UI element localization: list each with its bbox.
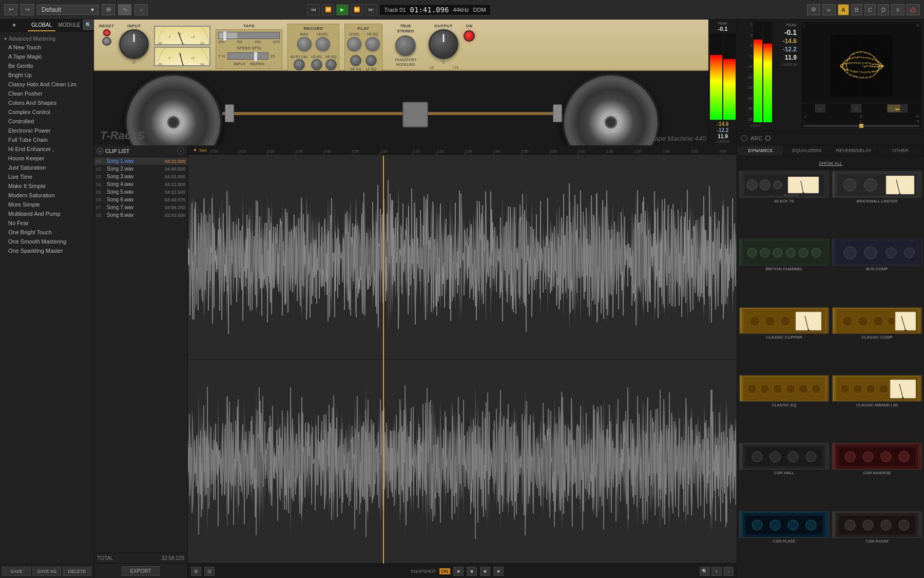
- wf-zoom-fit[interactable]: 🔍: [700, 567, 710, 576]
- preset-selector[interactable]: Default ▾: [37, 5, 99, 15]
- sidebar-item-15[interactable]: Make It Simple: [0, 181, 93, 191]
- wf-snap4[interactable]: ■: [493, 567, 504, 576]
- forward-btn[interactable]: ⏩: [351, 4, 363, 15]
- wf-zoom-plus[interactable]: +: [711, 567, 722, 576]
- plugin-tab-equalizers[interactable]: EQUALIZERS: [784, 145, 831, 156]
- scope-btn-1[interactable]: ⌂: [815, 104, 825, 113]
- bias-knob[interactable]: [297, 37, 312, 51]
- rewind-start-btn[interactable]: ⏮: [307, 4, 320, 15]
- repro-toggle[interactable]: REPRO: [250, 62, 264, 66]
- plugin-classiceq[interactable]: CLASSIC EQ: [739, 375, 829, 440]
- input-toggle[interactable]: INPUT: [234, 62, 246, 66]
- sidebar-item-8[interactable]: Controlled: [0, 117, 93, 126]
- clip-row-7[interactable]: 08 Song 8.wav 02:43.500: [94, 211, 187, 219]
- wf-snap1[interactable]: ■: [453, 567, 464, 576]
- wf-zoom-out[interactable]: ⊟: [204, 567, 215, 576]
- waveform-btn[interactable]: ∿: [118, 4, 131, 15]
- show-all-button[interactable]: SHOW ALL: [819, 161, 842, 166]
- circle-btn[interactable]: ○: [134, 4, 148, 15]
- plugin-csrhall[interactable]: CSR HALL: [739, 443, 829, 508]
- wf-zoom-minus[interactable]: -: [723, 567, 734, 576]
- sidebar-item-19[interactable]: No Fear: [0, 218, 93, 228]
- plugin-csrinverse[interactable]: CSR INVERSE: [832, 443, 922, 508]
- sidebar-item-3[interactable]: Bright Up: [0, 70, 93, 80]
- wf-zoom-in[interactable]: ⊞: [191, 567, 201, 576]
- clip-row-1[interactable]: 02 Song 2.wav 04:40.500: [94, 165, 187, 173]
- sidebar-item-13[interactable]: Just Saturation: [0, 163, 93, 172]
- plugin-tab-reverb[interactable]: REVERB/DELAY: [831, 145, 877, 156]
- sidebar-item-5[interactable]: Clean Pusher: [0, 89, 93, 98]
- plugin-tab-dynamics[interactable]: DYNAMICS: [737, 145, 784, 156]
- reset-knob[interactable]: [102, 37, 111, 46]
- rec-hfeq-knob[interactable]: [325, 59, 337, 70]
- power-btn[interactable]: ⏻: [907, 4, 920, 15]
- auto-cal-knob[interactable]: [294, 59, 305, 70]
- tab-favorite[interactable]: ★: [0, 20, 28, 31]
- clip-row-5[interactable]: 06 Song 6.wav 03:40.875: [94, 196, 187, 203]
- clip-row-6[interactable]: 07 Song 7.wav 04:06.250: [94, 203, 187, 211]
- scope-btn-3[interactable]: ▬: [887, 104, 908, 113]
- sidebar-item-21[interactable]: One Smooth Mastering: [0, 237, 93, 246]
- sidebar-item-1[interactable]: A Tape Magic: [0, 52, 93, 61]
- speed-slider[interactable]: [254, 51, 258, 62]
- plugin-brickwall[interactable]: BRICKWALL LIMITER: [832, 171, 922, 236]
- menu-btn[interactable]: ≡: [891, 4, 904, 15]
- forward-end-btn[interactable]: ⏭: [365, 4, 377, 15]
- letter-b-btn[interactable]: B: [851, 4, 862, 15]
- redo-button[interactable]: ↪: [21, 4, 34, 15]
- tape-type-slider[interactable]: [223, 31, 227, 41]
- grid-btn[interactable]: ⊞: [102, 4, 115, 15]
- scope-btn-2[interactable]: △: [851, 104, 861, 113]
- sidebar-search-icon[interactable]: 🔍: [83, 20, 93, 30]
- plugin-black76[interactable]: BLACK 76 BLACK 76: [739, 171, 829, 236]
- snapshot-on[interactable]: ON: [439, 568, 451, 574]
- waveform-track-2[interactable]: [188, 360, 737, 564]
- plugin-csrroom[interactable]: CSR ROOM: [832, 511, 922, 576]
- sidebar-item-14[interactable]: Live Time: [0, 172, 93, 181]
- input-knob[interactable]: [119, 29, 149, 59]
- link-btn[interactable]: ∞: [822, 4, 836, 15]
- sidebar-item-0[interactable]: A New Touch: [0, 43, 93, 52]
- sidebar-item-22[interactable]: One Sparkling Master: [0, 246, 93, 255]
- sidebar-item-11[interactable]: Hi End Enhancer ,: [0, 144, 93, 154]
- plugin-classicmband[interactable]: CLASSIC MBAND LIM: [832, 375, 922, 440]
- plugin-tab-other[interactable]: OTHER: [877, 145, 924, 156]
- plugin-clipper[interactable]: CLASSIC CLIPPER: [739, 307, 829, 372]
- letter-c-btn[interactable]: C: [864, 4, 876, 15]
- sidebar-item-10[interactable]: Full Tube Chain: [0, 135, 93, 144]
- plugin-british[interactable]: BRITISH CHANNEL: [739, 239, 829, 304]
- sidebar-item-17[interactable]: More Simple: [0, 200, 93, 209]
- letter-a-btn[interactable]: A: [838, 4, 849, 15]
- undo-button[interactable]: ↩: [4, 4, 17, 15]
- sidebar-item-9[interactable]: Electronic Power: [0, 126, 93, 135]
- sidebar-item-6[interactable]: Colors And Shapes: [0, 98, 93, 107]
- clip-list-add[interactable]: +: [177, 147, 184, 155]
- on-indicator[interactable]: [464, 30, 475, 42]
- settings-btn[interactable]: ⚙: [807, 4, 820, 15]
- delete-button[interactable]: DELETE: [63, 567, 91, 576]
- plugin-buscomp[interactable]: BUS COMP: [832, 239, 922, 304]
- plugin-classiccomp[interactable]: CLASSIC COMP: [832, 307, 922, 372]
- export-button[interactable]: EXPORT: [122, 566, 160, 576]
- clip-row-0[interactable]: 01 Song 1.wav 04:22.500: [94, 157, 187, 165]
- tab-module[interactable]: MODULE: [55, 20, 83, 31]
- play-hfeq2-knob[interactable]: [350, 55, 361, 66]
- rec-level-sub-knob[interactable]: [311, 59, 322, 70]
- sidebar-item-2[interactable]: Be Gentle: [0, 61, 93, 70]
- waveform-tracks[interactable]: [188, 156, 737, 564]
- sidebar-item-18[interactable]: Multiband And Pump: [0, 209, 93, 218]
- true-stereo-knob[interactable]: [395, 35, 416, 56]
- sidebar-item-12[interactable]: House Keeper: [0, 154, 93, 163]
- play-btn[interactable]: ▶: [336, 4, 349, 15]
- clip-row-2[interactable]: 03 Song 3.wav 04:31.000: [94, 173, 187, 180]
- sidebar-item-20[interactable]: One Bright Touch: [0, 228, 93, 237]
- tab-global[interactable]: GLOBAL: [28, 20, 55, 31]
- arc-state[interactable]: [765, 136, 771, 141]
- balance-slider[interactable]: [859, 124, 863, 128]
- plugin-csrplate[interactable]: CSR PLATE: [739, 511, 829, 576]
- sidebar-item-7[interactable]: Complex Control: [0, 107, 93, 117]
- waveform-track-1[interactable]: [188, 156, 737, 360]
- sidebar-item-16[interactable]: Modern Saturation: [0, 191, 93, 200]
- wf-snap2[interactable]: ■: [467, 567, 477, 576]
- clip-row-3[interactable]: 04 Song 4.wav 04:22.000: [94, 180, 187, 188]
